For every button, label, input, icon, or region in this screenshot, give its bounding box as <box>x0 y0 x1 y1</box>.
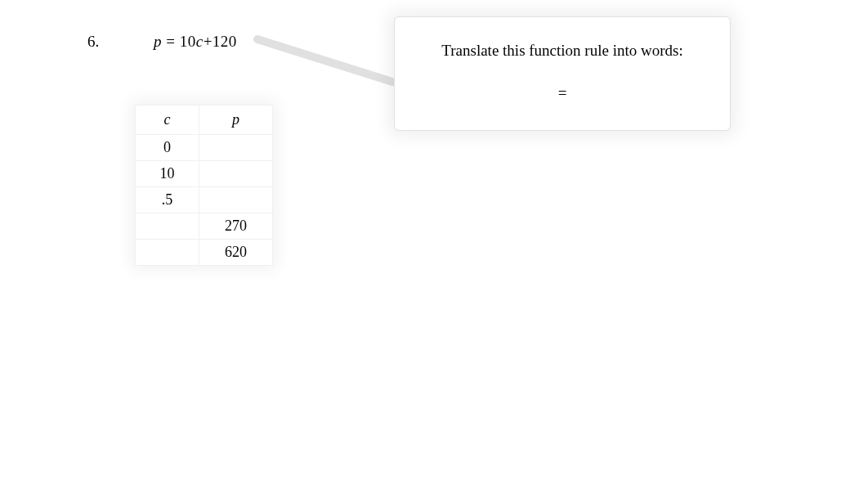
cell-c: 0 <box>136 135 199 161</box>
problem-number: 6. <box>87 33 99 51</box>
function-equation: p = 10c+120 <box>154 33 237 51</box>
table-row: 10 <box>136 161 273 187</box>
cell-c <box>136 213 199 240</box>
equation-rhs-var: c <box>196 33 204 50</box>
table-row: 0 <box>136 135 273 161</box>
cell-p <box>199 161 273 187</box>
table-header-p: p <box>199 105 273 135</box>
callout-equals: = <box>411 84 714 102</box>
cell-p: 620 <box>199 240 273 266</box>
table-header-row: c p <box>136 105 273 135</box>
table-row: 620 <box>136 240 273 266</box>
cell-c: 10 <box>136 161 199 187</box>
callout-title: Translate this function rule into words: <box>411 42 714 60</box>
callout-connector-line <box>253 33 400 90</box>
equation-lhs-var: p <box>154 33 162 50</box>
cell-p <box>199 135 273 161</box>
table-header-c: c <box>136 105 199 135</box>
equation-coef: 10 <box>180 33 196 50</box>
values-table: c p 0 10 .5 270 620 <box>135 105 273 266</box>
equation-constant: +120 <box>204 33 237 50</box>
callout-box: Translate this function rule into words:… <box>394 16 731 131</box>
equation-equals: = <box>162 33 180 50</box>
cell-p <box>199 187 273 213</box>
table-row: .5 <box>136 187 273 213</box>
cell-c: .5 <box>136 187 199 213</box>
table-row: 270 <box>136 213 273 240</box>
cell-c <box>136 240 199 266</box>
svg-line-0 <box>257 39 392 82</box>
cell-p: 270 <box>199 213 273 240</box>
